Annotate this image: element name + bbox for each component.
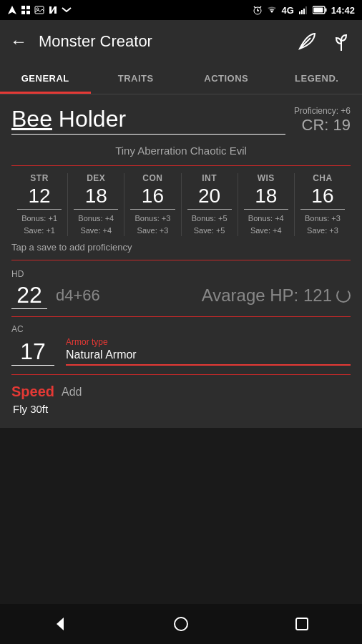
save-hint: Tap a save to add proficiency <box>11 236 351 257</box>
svg-rect-15 <box>325 9 326 12</box>
svg-rect-2 <box>26 6 30 9</box>
time-display: 14:42 <box>331 5 355 16</box>
stat-label: STR <box>11 173 67 183</box>
stat-col-int: INT 20 Bonus: +5Save: +5 <box>182 173 238 236</box>
name-part1: Bee <box>11 106 52 132</box>
proficiency-label: Proficiency: +6 <box>294 106 351 116</box>
ac-label: AC <box>11 324 351 334</box>
ac-value-field[interactable]: 17 <box>11 338 54 366</box>
main-content: Bee Holder Proficiency: +6 CR: 19 Tiny A… <box>0 94 362 428</box>
leaf-icon[interactable] <box>296 31 318 52</box>
nav-icon <box>7 5 17 15</box>
stat-bonus[interactable]: Bonus: +4Save: +4 <box>238 213 294 236</box>
svg-rect-21 <box>296 618 308 630</box>
stat-label: INT <box>182 173 238 183</box>
stat-col-con: CON 16 Bonus: +3Save: +3 <box>124 173 181 236</box>
stat-value[interactable]: 18 <box>74 185 118 210</box>
status-icons-left <box>7 5 72 15</box>
svg-rect-4 <box>26 11 30 14</box>
back-button[interactable]: ← <box>10 31 27 52</box>
cr-block: Proficiency: +6 CR: 19 <box>294 106 351 135</box>
stat-value[interactable]: 18 <box>244 185 288 210</box>
svg-line-8 <box>254 6 255 8</box>
speed-header: Speed Add <box>11 384 351 400</box>
svg-rect-1 <box>21 6 25 9</box>
name-part2: Holder <box>52 106 126 132</box>
armor-type-col: Armor type Natural Armor <box>66 337 351 366</box>
svg-marker-19 <box>57 618 64 630</box>
nav-back-button[interactable] <box>46 610 74 638</box>
top-bar: ← Monster Creator <box>0 20 362 63</box>
speed-section: Speed Add Fly 30ft <box>11 375 351 421</box>
hd-row: 22 d4+66 Avarage HP: 121 <box>11 282 351 309</box>
stat-bonus[interactable]: Bonus: +4Save: +4 <box>68 213 124 236</box>
tab-traits[interactable]: TRAITS <box>91 63 182 94</box>
stat-col-cha: CHA 16 Bonus: +3Save: +3 <box>295 173 351 236</box>
stat-value[interactable]: 16 <box>130 185 175 210</box>
svg-rect-5 <box>35 6 44 14</box>
stat-label: CHA <box>295 173 351 183</box>
tab-actions[interactable]: ACTIONS <box>181 63 272 94</box>
svg-line-9 <box>260 6 261 8</box>
armor-type-label: Armor type <box>66 337 351 347</box>
nav-home-button[interactable] <box>167 610 195 638</box>
ac-row: 17 Armor type Natural Armor <box>11 337 351 366</box>
cr-value[interactable]: CR: 19 <box>294 116 351 135</box>
stat-bonus[interactable]: Bonus: +3Save: +3 <box>295 213 351 236</box>
bottom-nav <box>0 604 362 644</box>
speed-value: Fly 30ft <box>11 403 351 415</box>
back-nav-icon <box>52 616 68 632</box>
stat-col-wis: WIS 18 Bonus: +4Save: +4 <box>238 173 295 236</box>
speed-label: Speed <box>11 384 54 400</box>
stats-section: STR 12 Bonus: +1Save: +1 DEX 18 Bonus: +… <box>11 166 351 260</box>
stat-value[interactable]: 12 <box>17 185 62 210</box>
name-cr-row: Bee Holder Proficiency: +6 CR: 19 <box>11 106 351 135</box>
stat-bonus[interactable]: Bonus: +5Save: +5 <box>182 213 238 236</box>
status-bar: 4G 14:42 <box>0 0 362 20</box>
stat-label: WIS <box>238 173 294 183</box>
top-bar-icons <box>296 31 352 52</box>
svg-rect-10 <box>299 11 300 14</box>
svg-rect-3 <box>21 11 25 14</box>
svg-rect-12 <box>303 9 305 14</box>
tab-legend[interactable]: LEGEND. <box>272 63 363 94</box>
refresh-icon[interactable] <box>336 288 351 303</box>
svg-rect-11 <box>301 10 303 14</box>
status-right: 4G 14:42 <box>253 5 355 16</box>
signal-icon <box>298 5 308 15</box>
tab-general[interactable]: GENERAL <box>0 63 91 94</box>
alarm-icon <box>253 5 263 15</box>
hd-formula: d4+66 <box>56 286 202 305</box>
grid-icon <box>21 5 31 15</box>
nav-recents-button[interactable] <box>288 610 316 638</box>
hd-section: HD 22 d4+66 Avarage HP: 121 <box>11 260 351 317</box>
stat-col-str: STR 12 Bonus: +1Save: +1 <box>11 173 68 236</box>
wifi-icon <box>267 5 277 15</box>
image-icon <box>34 5 44 15</box>
svg-marker-0 <box>8 6 16 14</box>
stat-label: DEX <box>68 173 124 183</box>
stats-row: STR 12 Bonus: +1Save: +1 DEX 18 Bonus: +… <box>11 173 351 236</box>
monster-name-field[interactable]: Bee Holder <box>11 106 285 135</box>
stat-col-dex: DEX 18 Bonus: +4Save: +4 <box>68 173 124 236</box>
stat-label: CON <box>124 173 180 183</box>
stat-bonus[interactable]: Bonus: +1Save: +1 <box>11 213 67 236</box>
sprout-icon[interactable] <box>331 31 352 52</box>
svg-point-6 <box>36 8 39 10</box>
svg-rect-16 <box>313 8 323 13</box>
speed-add-button[interactable]: Add <box>62 386 82 399</box>
top-bar-left: ← Monster Creator <box>10 31 152 52</box>
stat-value[interactable]: 16 <box>300 185 345 210</box>
recents-nav-icon <box>295 617 309 631</box>
svg-rect-13 <box>305 6 307 14</box>
battery-icon <box>313 6 327 14</box>
home-nav-icon <box>173 616 189 632</box>
stat-value[interactable]: 20 <box>187 185 232 210</box>
stat-bonus[interactable]: Bonus: +3Save: +3 <box>124 213 180 236</box>
forward-icon <box>62 5 72 15</box>
avg-hp-display: Avarage HP: 121 <box>202 286 351 306</box>
ac-section: AC 17 Armor type Natural Armor <box>11 317 351 375</box>
hd-value-field[interactable]: 22 <box>11 282 47 309</box>
hd-label: HD <box>11 269 351 279</box>
armor-type-input[interactable]: Natural Armor <box>66 348 351 366</box>
